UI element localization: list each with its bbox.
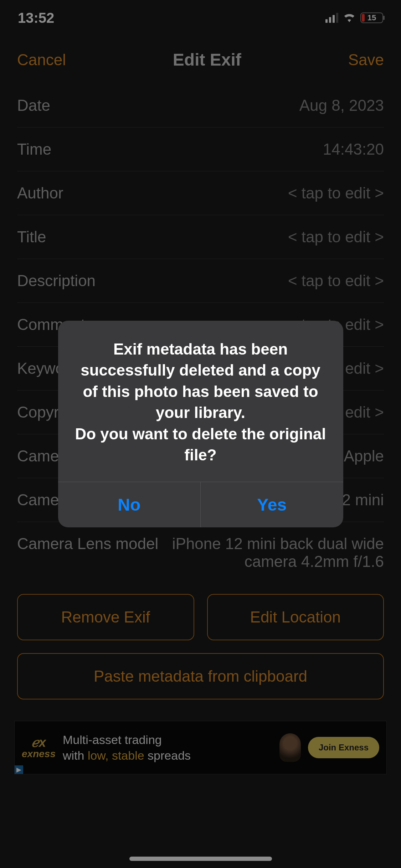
alert-yes-button[interactable]: Yes bbox=[200, 482, 343, 527]
alert-message: Exif metadata has been successfully dele… bbox=[58, 321, 343, 482]
alert-actions: No Yes bbox=[58, 482, 343, 527]
alert-no-button[interactable]: No bbox=[58, 482, 201, 527]
alert-dialog: Exif metadata has been successfully dele… bbox=[58, 321, 343, 527]
